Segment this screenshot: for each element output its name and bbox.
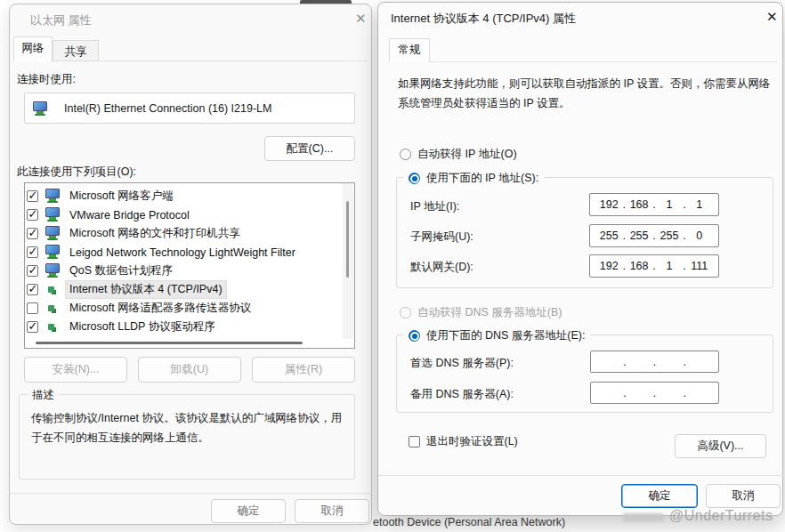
item-checkbox[interactable] [27, 265, 38, 277]
item-checkbox[interactable] [27, 190, 38, 202]
item-label: Internet 协议版本 4 (TCP/IPv4) [66, 281, 226, 298]
item-checkbox[interactable] [27, 246, 38, 258]
octet: 192 [595, 198, 622, 211]
item-checkbox[interactable] [27, 321, 38, 333]
item-label: Microsoft 网络适配器多路传送器协议 [66, 300, 255, 317]
protocol-icon [45, 302, 61, 315]
gateway-label: 默认网关(D): [410, 260, 473, 275]
item-checkbox[interactable] [27, 209, 38, 221]
radio-auto-dns[interactable]: 自动获得 DNS 服务器地址(B) [400, 305, 562, 320]
items-list-label: 此连接使用下列项目(O): [17, 165, 136, 180]
radio-label: 使用下面的 IP 地址(S): [426, 171, 538, 186]
item-label: QoS 数据包计划程序 [66, 262, 176, 279]
radio-manual-ip[interactable]: 使用下面的 IP 地址(S): [403, 171, 544, 186]
item-label: VMware Bridge Protocol [66, 208, 193, 222]
dialog-title: Internet 协议版本 4 (TCP/IPv4) 属性 [391, 11, 576, 27]
description-text: 传输控制协议/Internet 协议。该协议是默认的广域网络协议，用于在不同的相… [31, 408, 344, 447]
item-checkbox[interactable] [27, 284, 38, 295]
dialog-title: 以太网 属性 [30, 12, 92, 28]
ipv4-properties-dialog: Internet 协议版本 4 (TCP/IPv4) 属性 ✕ 常规 如果网络支… [377, 2, 783, 516]
vertical-scrollbar[interactable] [343, 183, 353, 339]
octet: 168 [626, 198, 652, 211]
connect-using-label: 连接时使用: [17, 72, 76, 87]
alternate-dns-label: 备用 DNS 服务器(A): [410, 387, 514, 402]
network-adapter-icon [32, 101, 49, 117]
background-window-text: etooth Device (Personal Area Network) [373, 516, 565, 528]
ip-address-label: IP 地址(I): [410, 199, 459, 214]
protocol-icon [45, 283, 61, 296]
computer-icon [45, 245, 61, 260]
radio-icon-disabled[interactable] [400, 307, 411, 318]
item-checkbox[interactable] [27, 228, 38, 239]
octet: 255 [626, 230, 652, 242]
computer-icon [45, 263, 61, 278]
preferred-dns-label: 首选 DNS 服务器(P): [410, 356, 514, 371]
adapter-box: Intel(R) Ethernet Connection (16) I219-L… [24, 93, 355, 124]
ip-address-field[interactable]: 192.168.1.1 [589, 193, 719, 216]
octet: 255 [656, 230, 683, 242]
item-label: Microsoft 网络的文件和打印机共享 [66, 225, 244, 242]
octet: 255 [595, 230, 622, 242]
radio-label: 自动获得 DNS 服务器地址(B) [417, 305, 562, 320]
protocol-icon [45, 320, 61, 334]
checkbox-label: 退出时验证设置(L) [426, 434, 518, 449]
octet: 1 [656, 198, 683, 211]
uninstall-button[interactable]: 卸载(U) [138, 357, 241, 383]
alternate-dns-field[interactable]: ... [590, 382, 719, 404]
preferred-dns-field[interactable]: ... [590, 351, 719, 373]
octet: 168 [626, 260, 652, 272]
list-item-selected[interactable]: Internet 协议版本 4 (TCP/IPv4) [27, 280, 226, 299]
radio-icon[interactable] [400, 149, 411, 160]
close-icon[interactable]: ✕ [766, 9, 778, 25]
radio-manual-dns[interactable]: 使用下面的 DNS 服务器地址(E): [403, 328, 590, 343]
radio-auto-ip[interactable]: 自动获得 IP 地址(O) [400, 147, 517, 162]
footer-divider [10, 493, 373, 494]
faded-watermark-artifact [623, 513, 664, 521]
protocol-list: Microsoft 网络客户端 VMware Bridge Protocol M… [24, 182, 355, 349]
cancel-button[interactable]: 取消 [295, 499, 369, 523]
configure-button[interactable]: 配置(C)... [264, 136, 355, 161]
computer-icon [45, 226, 61, 241]
description-legend: 描述 [28, 388, 59, 403]
intro-text: 如果网络支持此功能，则可以获取自动指派的 IP 设置。否则，你需要从网络系统管理… [398, 74, 775, 113]
list-item[interactable]: Microsoft 网络的文件和打印机共享 [27, 224, 244, 243]
install-button[interactable]: 安装(N)... [24, 357, 127, 383]
list-item[interactable]: VMware Bridge Protocol [27, 206, 193, 224]
octet: 111 [686, 260, 713, 272]
tab-general[interactable]: 常规 [389, 38, 430, 62]
tab-sharing[interactable]: 共享 [53, 40, 99, 61]
list-item[interactable]: Microsoft LLDP 协议驱动程序 [27, 318, 219, 336]
tab-network[interactable]: 网络 [13, 36, 53, 61]
subnet-mask-field[interactable]: 255.255.255.0 [589, 224, 719, 247]
subnet-mask-label: 子网掩码(U): [410, 230, 473, 245]
list-item[interactable]: Microsoft 网络客户端 [27, 187, 177, 206]
properties-button[interactable]: 属性(R) [252, 357, 355, 383]
checkbox-icon[interactable] [409, 436, 420, 447]
item-label: Microsoft LLDP 协议驱动程序 [66, 318, 219, 335]
tab-strip-line [99, 60, 368, 61]
list-item[interactable]: Leigod Network Technology LightWeight Fi… [27, 243, 299, 262]
cancel-button[interactable]: 取消 [706, 484, 781, 508]
close-icon[interactable]: ✕ [355, 11, 367, 27]
radio-icon-selected[interactable] [409, 173, 420, 184]
ok-button[interactable]: 确定 [211, 499, 286, 523]
radio-label: 自动获得 IP 地址(O) [417, 147, 517, 162]
adapter-name: Intel(R) Ethernet Connection (16) I219-L… [64, 102, 271, 115]
advanced-button[interactable]: 高级(V)... [675, 434, 766, 458]
list-item[interactable]: Microsoft 网络适配器多路传送器协议 [27, 299, 255, 318]
radio-icon-selected[interactable] [409, 330, 420, 342]
gateway-field[interactable]: 192.168.1.111 [589, 254, 719, 278]
radio-label: 使用下面的 DNS 服务器地址(E): [426, 328, 585, 343]
octet: 0 [686, 230, 713, 242]
list-item[interactable]: QoS 数据包计划程序 [27, 262, 176, 280]
item-label: Leigod Network Technology LightWeight Fi… [66, 246, 299, 260]
octet: 1 [686, 198, 713, 211]
octet: 192 [595, 260, 622, 272]
ok-button[interactable]: 确定 [621, 484, 698, 508]
computer-icon [45, 189, 61, 204]
watermark-text: @UnderTurrets [669, 508, 773, 524]
item-checkbox[interactable] [27, 302, 38, 314]
horizontal-scrollbar[interactable] [25, 339, 344, 348]
validate-on-exit-checkbox[interactable]: 退出时验证设置(L) [409, 434, 518, 449]
item-label: Microsoft 网络客户端 [66, 188, 177, 205]
